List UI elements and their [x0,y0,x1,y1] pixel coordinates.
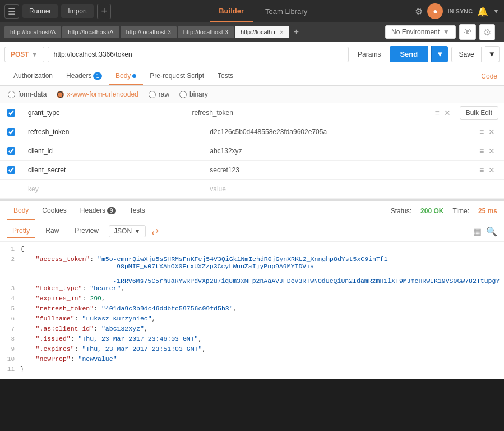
format-chevron-icon: ▼ [134,227,141,235]
row2-delete-icon[interactable]: ✕ [488,127,495,136]
row2-value: d2c126c5b0d448558e23fda9602e705a [204,125,470,139]
tab-url-1: http://localhost/A [10,29,56,35]
url-tab-4[interactable]: http://localhost:3 [178,26,234,38]
radio-form-data[interactable]: form-data [8,90,47,98]
format-select-label: JSON [114,227,132,235]
method-select[interactable]: POST ▼ [4,47,44,62]
tab-url-3: http://localhost:3 [126,29,171,35]
url-tab-1[interactable]: http://localhost/A [4,26,61,38]
body-dot [132,74,136,78]
response-tab-tests[interactable]: Tests [123,202,152,220]
row4-actions: ≡ ✕ [470,166,504,175]
url-input[interactable] [48,47,349,62]
row3-checkbox[interactable] [7,147,15,155]
save-button[interactable]: Save [451,47,481,62]
format-tab-raw[interactable]: Raw [40,224,64,238]
bell-icon[interactable]: 🔔 [477,6,488,17]
urlencoded-radio[interactable] [57,91,64,98]
format-icon[interactable]: ⇄ [151,226,159,237]
row1-delete-icon[interactable]: ✕ [444,108,451,117]
row2-key: refresh_token [22,125,204,139]
time-value: 25 ms [478,207,497,215]
send-button[interactable]: Send [390,46,428,62]
chevron-down-icon[interactable]: ▼ [493,7,500,15]
row4-checkbox[interactable] [7,166,15,174]
response-tab-body[interactable]: Body [7,202,35,220]
url-tab-3[interactable]: http://localhost:3 [121,26,177,38]
tab-headers[interactable]: Headers1 [59,67,109,85]
binary-radio[interactable] [179,91,187,98]
params-button[interactable]: Params [352,47,386,62]
code-line-11: 11 } [0,365,504,375]
format-actions: ▦ 🔍 [473,226,497,237]
response-format-bar: Pretty Raw Preview JSON ▼ ⇄ ▦ 🔍 [0,221,504,242]
row3-delete-icon[interactable]: ✕ [488,146,495,155]
code-link[interactable]: Code [481,72,497,80]
gear-icon[interactable]: ⚙ [479,24,495,40]
code-line-4: 4 "expires_in": 299, [0,295,504,305]
tab-url-2: http://localhost/A [68,29,113,35]
row4-delete-icon[interactable]: ✕ [488,166,495,175]
format-select[interactable]: JSON ▼ [109,225,146,237]
row3-key: client_id [22,144,204,158]
headers-count-badge: 9 [107,207,116,214]
sidebar-toggle-icon[interactable]: ☰ [4,4,19,19]
code-block: 1 { 2 "access_token": "m5o-cmnrQiwXju5sS… [0,242,504,379]
row1-menu-icon[interactable]: ≡ [435,108,440,117]
tab-authorization[interactable]: Authorization [7,67,59,85]
row2-checkbox[interactable] [7,128,15,136]
form-data-radio[interactable] [8,91,15,98]
tab-body[interactable]: Body [109,67,143,85]
form-row-2: refresh_token d2c126c5b0d448558e23fda960… [0,122,504,141]
placeholder-key: key [22,182,204,196]
row2-menu-icon[interactable]: ≡ [479,127,484,136]
close-tab-icon[interactable]: ✕ [279,29,284,35]
row2-actions: ≡ ✕ [470,127,504,136]
format-tab-pretty[interactable]: Pretty [7,224,35,238]
tab-url-4: http://localhost:3 [183,29,228,35]
code-line-5: 5 "refresh_token": "401da9c3b9dc46ddbfc5… [0,305,504,315]
row3-menu-icon[interactable]: ≡ [479,146,484,155]
save-dropdown-button[interactable]: ▼ [485,46,500,62]
add-tab-button[interactable]: + [290,26,302,38]
import-button[interactable]: Import [61,4,94,18]
sync-icon[interactable]: ● [427,3,443,19]
runner-button[interactable]: Runner [22,4,58,18]
response-area: Body Cookies Headers9 Tests Status: 200 … [0,199,504,379]
code-line-8: 8 ".issued": "Thu, 23 Mar 2017 23:46:03 … [0,335,504,345]
form-row-3: client_id abc132xyz ≡ ✕ [0,141,504,161]
tab-tests[interactable]: Tests [211,67,240,85]
environment-select[interactable]: No Environment ▼ [385,25,456,39]
tab-pre-request[interactable]: Pre-request Script [143,67,211,85]
placeholder-value: value [204,182,470,196]
url-tab-2[interactable]: http://localhost/A [62,26,119,38]
tab-library[interactable]: Team Library [256,0,316,22]
row1-checkbox[interactable] [7,109,15,117]
tabs-row: http://localhost/A http://localhost/A ht… [0,22,504,42]
send-dropdown-button[interactable]: ▼ [431,46,448,62]
method-chevron-icon: ▼ [31,51,38,58]
eye-icon[interactable]: 👁 [459,24,476,40]
copy-icon[interactable]: ▦ [473,226,482,237]
raw-radio[interactable] [149,91,156,98]
radio-raw[interactable]: raw [149,90,169,98]
row4-key: client_secret [22,163,204,177]
row3-actions: ≡ ✕ [470,146,504,155]
tab-builder[interactable]: Builder [210,0,253,22]
row1-value: refresh_token [186,106,426,120]
search-response-icon[interactable]: 🔍 [486,226,497,237]
bulk-edit-button[interactable]: Bulk Edit [460,106,498,120]
code-line-10: 10 "newProp": "newValue" [0,355,504,365]
format-tab-preview[interactable]: Preview [69,224,104,238]
radio-binary[interactable]: binary [179,90,208,98]
response-tab-cookies[interactable]: Cookies [35,202,73,220]
new-tab-icon[interactable]: + [97,4,111,19]
code-line-3: 3 "token_type": "bearer", [0,285,504,295]
settings-icon[interactable]: ⚙ [415,6,423,17]
row4-value: secret123 [204,163,470,177]
code-line-2: 2 "access_token": "m5o-cmnrQiwXju5sSHRMs… [0,255,504,285]
radio-urlencoded[interactable]: x-www-form-urlencoded [57,90,138,98]
row4-menu-icon[interactable]: ≡ [479,166,484,175]
response-tab-headers[interactable]: Headers9 [73,202,123,220]
url-tab-5[interactable]: http://localh r ✕ [235,26,289,38]
